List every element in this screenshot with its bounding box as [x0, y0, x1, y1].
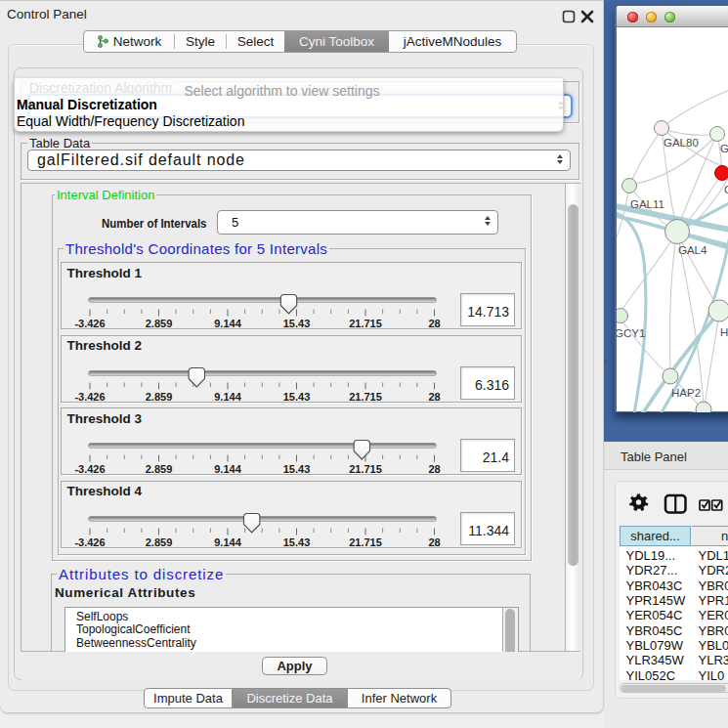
svg-text:HAP2: HAP2 [671, 387, 701, 399]
svg-text:GA: GA [720, 143, 728, 154]
svg-text:GAL11: GAL11 [630, 198, 664, 210]
svg-text:GAL80: GAL80 [664, 137, 699, 149]
svg-text:H: H [720, 326, 728, 338]
svg-text:GCY1: GCY1 [617, 327, 645, 339]
svg-text:GAL4: GAL4 [678, 244, 707, 256]
svg-text:C: C [724, 184, 728, 195]
